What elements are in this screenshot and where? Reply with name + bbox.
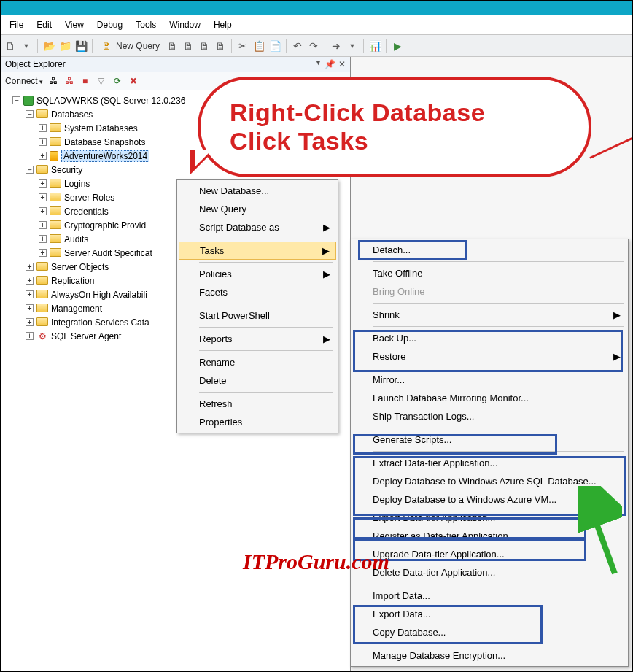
menu-back-up[interactable]: Back Up... [352,329,626,347]
dmx-query-icon[interactable]: 🗎 [198,39,211,53]
menu-tools[interactable]: Tools [130,18,162,32]
menu-facets[interactable]: Facets [179,283,336,301]
expand-icon[interactable]: + [39,235,47,243]
tree-logins[interactable]: Logins [64,179,90,189]
menu-manage-encryption[interactable]: Manage Database Encryption... [352,646,626,665]
copy-icon[interactable]: 📋 [252,39,265,53]
stop-icon[interactable]: ■ [79,75,91,87]
menu-tasks[interactable]: Tasks▶ [179,242,336,260]
tree-alwayson[interactable]: AlwaysOn High Availabili [51,290,147,300]
menu-delete[interactable]: Delete [179,371,336,390]
tree-sql-server-agent[interactable]: SQL Server Agent [51,331,121,341]
open-file-icon[interactable]: 📁 [58,39,71,53]
activity-monitor-icon[interactable]: 📊 [368,39,381,53]
tree-replication[interactable]: Replication [51,276,94,286]
tree-server-roles[interactable]: Server Roles [64,193,114,203]
expand-icon[interactable]: + [39,193,47,201]
menu-launch-mirroring[interactable]: Launch Database Mirroring Monitor... [352,389,626,407]
tree-audits[interactable]: Audits [64,234,88,244]
paste-icon[interactable]: 📄 [268,39,281,53]
expand-icon[interactable]: + [26,277,34,285]
connect-button[interactable]: Connect▾ [5,76,43,86]
undo-icon[interactable]: ↶ [291,39,304,53]
expand-icon[interactable]: + [39,179,47,188]
menu-detach[interactable]: Detach... [352,241,626,259]
pin-icon[interactable]: 📌 [325,59,335,69]
menu-rename[interactable]: Rename [179,353,336,371]
tree-security[interactable]: Security [51,165,82,175]
menu-take-offline[interactable]: Take Offline [352,264,626,282]
tree-credentials[interactable]: Credentials [64,206,109,217]
menu-view[interactable]: View [59,18,90,32]
menu-script-database[interactable]: Script Database as▶ [179,218,336,236]
tree-server[interactable]: SQLADVWRKS (SQL Server 12.0.236 [36,96,185,106]
menu-policies[interactable]: Policies▶ [179,265,336,283]
menu-refresh[interactable]: Refresh [179,395,336,413]
menu-restore[interactable]: Restore▶ [352,347,626,366]
tree-system-databases[interactable]: System Databases [64,123,138,134]
menu-new-database[interactable]: New Database... [179,182,336,200]
tree-databases[interactable]: Databases [51,109,93,120]
expand-icon[interactable]: + [39,249,47,257]
expand-icon[interactable]: + [39,152,47,160]
menu-file[interactable]: File [4,18,29,32]
menu-import-data[interactable]: Import Data... [352,587,626,605]
menu-start-powershell[interactable]: Start PowerShell [179,306,336,325]
close-icon[interactable]: ✕ [338,59,346,69]
refresh-icon[interactable]: ⟳ [112,75,123,87]
expand-icon[interactable]: + [39,124,47,132]
menu-export-data[interactable]: Export Data... [352,605,626,623]
db-engine-query-icon[interactable]: 🗎 [166,39,179,53]
expand-icon[interactable]: + [26,304,34,312]
dropdown-icon[interactable]: ▼ [315,59,322,69]
tree-crypto-providers[interactable]: Cryptographic Provid [64,220,146,231]
tree-adventureworks[interactable]: AdventureWorks2014 [61,150,149,162]
collapse-icon[interactable]: − [26,110,34,118]
menu-help[interactable]: Help [208,18,238,32]
redo-icon[interactable]: ↷ [307,39,320,53]
start-debug-icon[interactable]: ▶ [391,39,404,53]
expand-icon[interactable]: + [26,332,34,340]
folder-icon [36,317,48,326]
tree-server-objects[interactable]: Server Objects [51,262,109,272]
new-project-icon[interactable]: 🗋 [4,39,17,53]
expand-icon[interactable]: + [39,221,47,229]
menu-window[interactable]: Window [163,18,206,32]
annotation-bubble: Right-Click Database Click Tasks [198,77,591,177]
menu-ship-logs[interactable]: Ship Transaction Logs... [352,407,626,425]
tree-server-audit-spec[interactable]: Server Audit Specificat [64,248,152,258]
tree-management[interactable]: Management [51,304,102,314]
menu-edit[interactable]: Edit [31,18,58,32]
menu-new-query[interactable]: New Query [179,200,336,218]
x-icon[interactable]: ✖ [128,75,139,87]
menu-properties[interactable]: Properties [179,413,336,431]
menu-copy-database[interactable]: Copy Database... [352,623,626,641]
cut-icon[interactable]: ✂ [236,39,249,53]
expand-icon[interactable]: + [26,263,34,271]
navigate-icon[interactable]: ➜ [330,39,343,53]
open-icon[interactable]: 📂 [42,39,55,53]
filter-icon[interactable]: ▽ [96,75,107,87]
menu-shrink[interactable]: Shrink▶ [352,306,626,324]
tree-database-snapshots[interactable]: Database Snapshots [64,137,145,147]
expand-icon[interactable]: + [26,318,34,326]
expand-icon[interactable]: + [39,207,47,215]
collapse-icon[interactable]: − [26,166,34,174]
xmla-query-icon[interactable]: 🗎 [214,39,227,53]
dropdown2-icon[interactable]: ▼ [346,39,359,53]
disconnect-icon[interactable]: 🖧 [63,75,75,87]
menu-extract-dta[interactable]: Extract Data-tier Application... [352,454,626,472]
mdx-query-icon[interactable]: 🗎 [182,39,195,53]
dropdown-icon[interactable]: ▼ [20,39,33,53]
tree-integration-services[interactable]: Integration Services Cata [51,317,149,328]
menu-reports[interactable]: Reports▶ [179,330,336,348]
connect-server-icon[interactable]: 🖧 [47,75,59,87]
expand-icon[interactable]: + [39,138,47,146]
menu-generate-scripts[interactable]: Generate Scripts... [352,430,626,449]
expand-icon[interactable]: + [26,290,34,298]
new-query-button[interactable]: 🗎 New Query [97,39,163,53]
menu-debug[interactable]: Debug [91,18,128,32]
menu-mirror[interactable]: Mirror... [352,371,626,389]
save-icon[interactable]: 💾 [74,39,88,53]
collapse-icon[interactable]: − [12,96,20,104]
